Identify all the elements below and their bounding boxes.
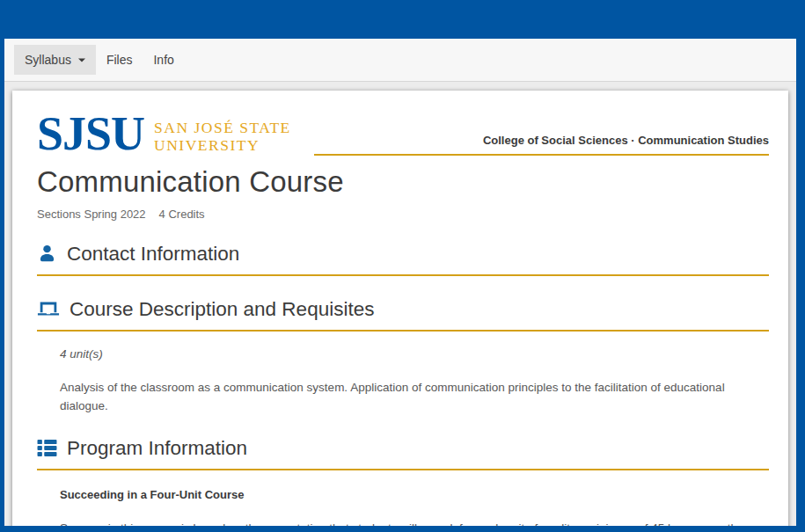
tab-syllabus[interactable]: Syllabus <box>14 45 96 75</box>
breadcrumb: College of Social Sciences · Communicati… <box>314 134 769 156</box>
masthead: SJSU SAN JOSÉ STATE UNIVERSITY College o… <box>37 113 769 156</box>
section-title-contact: Contact Information <box>67 243 239 266</box>
sjsu-logo-line1: SAN JOSÉ STATE <box>154 119 291 136</box>
course-meta: Sections Spring 2022 4 Credits <box>37 208 769 221</box>
tab-info[interactable]: Info <box>143 45 184 75</box>
sjsu-logo: SJSU SAN JOSÉ STATE UNIVERSITY <box>37 113 291 156</box>
tab-files[interactable]: Files <box>96 45 143 75</box>
sjsu-logo-wordmark: SAN JOSÉ STATE UNIVERSITY <box>154 113 291 155</box>
sjsu-logo-acronym: SJSU <box>37 113 144 156</box>
page-title: Communication Course <box>37 165 769 199</box>
program-info-text: Success in this course is based on the e… <box>60 519 765 526</box>
breadcrumb-text: College of Social Sciences · Communicati… <box>483 134 769 147</box>
page: Syllabus Files Info SJSU SAN JOSÉ STATE … <box>0 0 805 532</box>
tab-bar: Syllabus Files Info <box>4 39 796 82</box>
section-heading-program: Program Information <box>37 437 769 470</box>
section-course-description: Course Description and Requisites 4 unit… <box>37 298 769 415</box>
syllabus-card: SJSU SAN JOSÉ STATE UNIVERSITY College o… <box>12 91 788 526</box>
tab-info-label: Info <box>153 53 173 67</box>
section-heading-description: Course Description and Requisites <box>37 298 769 332</box>
section-heading-contact: Contact Information <box>37 243 769 276</box>
program-subheading: Succeeding in a Four-Unit Course <box>60 488 765 501</box>
credits-label: 4 Credits <box>159 208 205 221</box>
tab-files-label: Files <box>106 53 133 67</box>
chevron-down-icon <box>78 59 85 66</box>
tab-syllabus-label: Syllabus <box>25 53 71 67</box>
user-icon <box>37 244 57 264</box>
list-grid-icon <box>37 439 57 457</box>
course-description-text: Analysis of the classroom as a communica… <box>60 378 765 415</box>
units-text: 4 unit(s) <box>60 347 765 361</box>
section-body-program: Succeeding in a Four-Unit Course Success… <box>37 488 769 526</box>
laptop-icon <box>37 299 60 319</box>
sections-term-label: Sections Spring 2022 <box>37 208 146 221</box>
section-title-program: Program Information <box>67 437 247 460</box>
section-title-description: Course Description and Requisites <box>70 298 374 321</box>
section-body-description: 4 unit(s) Analysis of the classroom as a… <box>37 347 769 415</box>
sjsu-logo-line2: UNIVERSITY <box>154 136 291 154</box>
section-program-information: Program Information Succeeding in a Four… <box>37 437 769 526</box>
section-contact-information: Contact Information <box>37 243 769 276</box>
content-frame: Syllabus Files Info SJSU SAN JOSÉ STATE … <box>4 39 796 526</box>
